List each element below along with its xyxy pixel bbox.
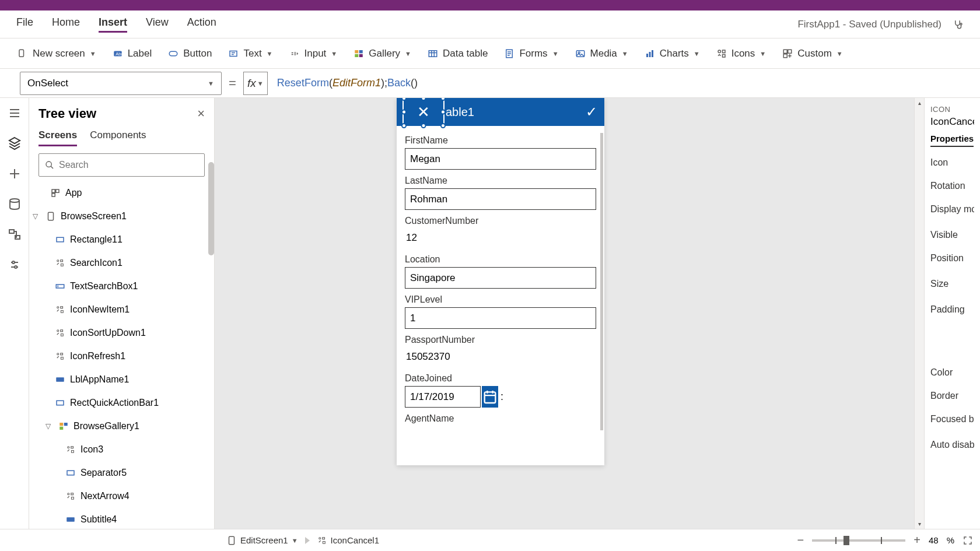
gallery-label: Gallery: [369, 48, 400, 59]
location-input[interactable]: Singapore: [405, 267, 596, 289]
svg-rect-18: [722, 50, 725, 53]
svg-rect-5: [230, 51, 237, 56]
tree-item-nextarrow[interactable]: NextArrow4: [29, 485, 214, 508]
custom-button[interactable]: Custom ▼: [782, 48, 842, 59]
canvas[interactable]: ✕ able1 ✓ FirstName Megan LastName Rohma…: [215, 98, 924, 529]
tree-search[interactable]: [38, 153, 205, 177]
tree-item-rectquick[interactable]: RectQuickActionBar1: [29, 391, 214, 415]
tree-item-iconnew[interactable]: IconNewItem1: [29, 298, 214, 321]
search-input[interactable]: [59, 160, 198, 170]
new-screen-button[interactable]: New screen ▼: [18, 48, 96, 59]
fx-button[interactable]: fx ▼: [243, 72, 268, 95]
tree-item-app[interactable]: App: [29, 181, 214, 205]
tab-screens[interactable]: Screens: [38, 129, 77, 146]
chevron-down-icon[interactable]: ▽: [33, 212, 41, 220]
menu-insert[interactable]: Insert: [99, 16, 127, 33]
new-screen-label: New screen: [33, 48, 85, 59]
prop-icon[interactable]: Icon: [930, 157, 974, 168]
prop-position[interactable]: Position: [930, 253, 974, 264]
chevron-down-icon[interactable]: ▽: [46, 422, 54, 430]
chevron-down-icon: ▼: [292, 537, 298, 544]
tree-item-subtitle[interactable]: Subtitle4: [29, 508, 214, 529]
layers-icon[interactable]: [8, 136, 22, 150]
chevron-down-icon: ▼: [267, 50, 273, 57]
cancel-icon-selected[interactable]: ✕: [404, 98, 443, 126]
prop-visible[interactable]: Visible: [930, 230, 974, 240]
chevron-down-icon: ▼: [836, 50, 843, 57]
gallery-button[interactable]: Gallery ▼: [354, 48, 411, 59]
stethoscope-icon[interactable]: [953, 19, 964, 30]
icons-button[interactable]: Icons ▼: [716, 48, 766, 59]
button-label: Button: [183, 48, 212, 59]
prop-border[interactable]: Border: [930, 391, 974, 401]
datatable-button[interactable]: Data table: [428, 48, 488, 59]
tab-properties[interactable]: Properties: [930, 134, 974, 147]
formula-input[interactable]: ResetForm(EditForm1);Back(): [272, 72, 973, 95]
tree-item-searchicon[interactable]: SearchIcon1: [29, 251, 214, 275]
svg-rect-6: [355, 50, 358, 53]
scrollbar[interactable]: [208, 162, 214, 255]
connections-icon[interactable]: [8, 227, 22, 241]
date-input[interactable]: 1/17/2019: [405, 386, 481, 408]
tab-components[interactable]: Components: [90, 129, 146, 146]
media-button[interactable]: Media ▼: [575, 48, 628, 59]
close-icon[interactable]: ×: [197, 106, 205, 121]
tree-item-iconrefresh[interactable]: IconRefresh1: [29, 345, 214, 368]
lastname-input[interactable]: Rohman: [405, 188, 596, 210]
zoom-slider[interactable]: [812, 539, 905, 542]
plus-icon[interactable]: [8, 167, 22, 181]
database-icon[interactable]: [8, 197, 22, 211]
button-button[interactable]: Button: [168, 48, 212, 59]
checkmark-icon[interactable]: ✓: [586, 104, 597, 120]
tree-item-iconsort[interactable]: IconSortUpDown1: [29, 321, 214, 345]
scroll-up-icon[interactable]: ▴: [915, 98, 924, 108]
tree-item-icon3[interactable]: Icon3: [29, 438, 214, 461]
scrollbar[interactable]: [600, 133, 603, 430]
tree-item-browsegallery[interactable]: ▽ BrowseGallery1: [29, 415, 214, 438]
fit-screen-icon[interactable]: [963, 535, 973, 546]
svg-rect-34: [61, 260, 63, 262]
zoom-out-button[interactable]: −: [797, 534, 804, 547]
tree-item-browsescreen[interactable]: ▽ BrowseScreen1: [29, 205, 214, 228]
zoom-in-button[interactable]: +: [914, 534, 921, 547]
input-button[interactable]: Input ▼: [289, 48, 338, 59]
forms-button[interactable]: Forms ▼: [504, 48, 558, 59]
hamburger-icon[interactable]: [8, 106, 22, 120]
svg-point-47: [68, 447, 69, 448]
charts-button[interactable]: Charts ▼: [645, 48, 700, 59]
settings-icon[interactable]: [8, 258, 22, 272]
text-button[interactable]: Text ▼: [228, 48, 272, 59]
svg-rect-46: [60, 427, 63, 430]
property-selector[interactable]: OnSelect ▼: [20, 72, 222, 95]
prop-color[interactable]: Color: [930, 367, 974, 378]
prop-focused-border[interactable]: Focused borde: [930, 414, 974, 424]
label-button[interactable]: Abc Label: [113, 48, 152, 59]
tree-item-textsearch[interactable]: TextSearchBox1: [29, 275, 214, 298]
menu-view[interactable]: View: [146, 16, 169, 33]
firstname-input[interactable]: Megan: [405, 148, 596, 170]
breadcrumb-screen[interactable]: EditScreen1 ▼: [226, 535, 298, 546]
breadcrumb-control[interactable]: IconCancel1: [317, 535, 379, 546]
button-icon: [168, 48, 178, 59]
prop-auto-disable[interactable]: Auto disable o: [930, 440, 974, 450]
prop-padding[interactable]: Padding: [930, 304, 974, 315]
svg-rect-43: [57, 401, 64, 405]
canvas-scrollbar[interactable]: ▴ ▾: [914, 98, 924, 529]
menu-file[interactable]: File: [16, 16, 33, 33]
tree-item-rectangle[interactable]: Rectangle11: [29, 228, 214, 251]
tree-item-lblappname[interactable]: LblAppName1: [29, 368, 214, 391]
menu-action[interactable]: Action: [187, 16, 216, 33]
svg-rect-48: [71, 447, 74, 448]
prop-display-mode[interactable]: Display mode: [930, 204, 974, 215]
prop-size[interactable]: Size: [930, 279, 974, 289]
screen-icon: [18, 48, 28, 59]
menu-home[interactable]: Home: [52, 16, 80, 33]
icons-label: Icons: [732, 48, 755, 59]
calendar-button[interactable]: [482, 386, 498, 408]
chevron-down-icon: ▼: [694, 50, 700, 57]
tree-item-separator[interactable]: Separator5: [29, 461, 214, 485]
rectangle-icon: [55, 398, 65, 408]
prop-rotation[interactable]: Rotation: [930, 181, 974, 191]
scroll-down-icon[interactable]: ▾: [915, 519, 924, 529]
vip-input[interactable]: 1: [405, 307, 596, 329]
